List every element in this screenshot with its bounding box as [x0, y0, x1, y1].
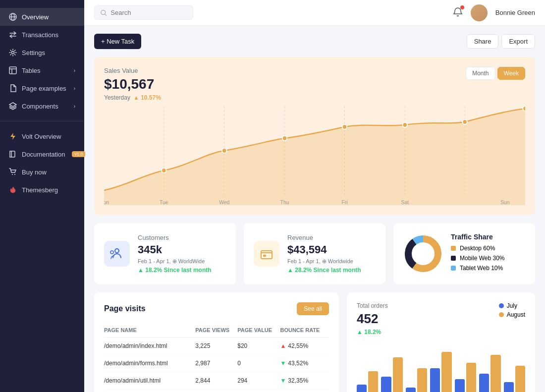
- svg-rect-33: [263, 255, 266, 257]
- bar-august: [466, 363, 476, 392]
- cell-views: 2,987: [195, 355, 237, 372]
- revenue-change: ▲ 28.2% Since last month: [287, 267, 376, 274]
- svg-line-11: [105, 14, 107, 15]
- svg-point-18: [162, 168, 166, 173]
- table-icon: [9, 66, 17, 74]
- col-page-value: PAGE VALUE: [237, 323, 280, 337]
- cell-bounce: ▲42,55%: [280, 337, 329, 355]
- chart-period-label: Yesterday: [104, 94, 130, 101]
- toolbar: + New Task Share Export: [94, 34, 535, 49]
- search-icon: [101, 9, 107, 16]
- cart-icon: [9, 168, 17, 176]
- bar-august: [368, 371, 378, 392]
- cell-bounce: ▼43,52%: [280, 355, 329, 372]
- cell-value: 0: [237, 355, 280, 372]
- cell-views: 2,050: [195, 390, 237, 392]
- main-content: Bonnie Green + New Task Share Export Sal…: [84, 0, 545, 392]
- bar-group: [455, 363, 476, 392]
- chevron-right-icon2: ›: [74, 86, 75, 91]
- chevron-right-icon: ›: [74, 68, 75, 73]
- avatar-image: [471, 4, 488, 21]
- revenue-icon-container: [254, 241, 279, 267]
- bar-group: [430, 352, 451, 392]
- period-week-button[interactable]: Week: [497, 67, 525, 80]
- bar-chart: [357, 341, 525, 392]
- bar-july: [455, 379, 465, 392]
- cell-value: $20: [237, 337, 280, 355]
- period-month-button[interactable]: Month: [466, 67, 495, 80]
- search-input[interactable]: [110, 9, 187, 16]
- customers-period: Feb 1 - Apr 1, ⊕ WorldWide: [138, 258, 226, 265]
- chart-title: Sales Value: [104, 67, 161, 74]
- sidebar-item-volt-overview[interactable]: Volt Overview: [0, 127, 84, 145]
- cell-bounce: ▼32,35%: [280, 372, 329, 390]
- cell-page: /demo/admin/forms.html: [104, 355, 195, 372]
- globe-icon: [9, 13, 17, 21]
- bar-august: [441, 352, 451, 392]
- orders-header: Total orders 452 ▲ 18.2% July August: [357, 302, 525, 336]
- avatar[interactable]: [471, 4, 488, 21]
- customers-icon-container: [104, 241, 130, 267]
- svg-point-20: [282, 136, 287, 141]
- customers-card: Customers 345k Feb 1 - Apr 1, ⊕ WorldWid…: [94, 223, 236, 284]
- sidebar-item-components[interactable]: Components ›: [0, 97, 84, 115]
- svg-point-37: [412, 243, 434, 265]
- orders-legend-july: July: [499, 302, 525, 309]
- donut-chart-svg: [403, 234, 443, 274]
- sidebar-item-buy-now[interactable]: Buy now: [0, 163, 84, 181]
- sidebar-item-page-examples[interactable]: Page examples ›: [0, 79, 84, 97]
- export-button[interactable]: Export: [501, 34, 535, 49]
- bottom-row: Page visits See all PAGE NAME PAGE VIEWS…: [94, 292, 535, 392]
- bar-group: [479, 355, 500, 392]
- see-all-button[interactable]: See all: [297, 302, 329, 315]
- legend-desktop: Desktop 60%: [451, 245, 505, 252]
- sidebar-item-settings-label: Settings: [22, 49, 45, 56]
- line-chart-svg: Mon Tue Wed Thu Fri Sat Sun: [104, 106, 525, 205]
- revenue-icon: [260, 247, 273, 261]
- chart-change: ▲ 10.57%: [133, 94, 161, 101]
- sidebar-item-overview[interactable]: Overview: [0, 8, 84, 26]
- cell-views: 3,225: [195, 337, 237, 355]
- sidebar-item-tables[interactable]: Tables ›: [0, 61, 84, 79]
- sidebar-item-page-examples-label: Page examples: [22, 85, 66, 92]
- notification-badge: [460, 5, 464, 9]
- svg-text:Tue: Tue: [160, 199, 168, 205]
- bar-july: [406, 388, 416, 392]
- notification-icon[interactable]: [453, 7, 463, 18]
- july-label: July: [507, 302, 517, 309]
- sidebar-item-documentation[interactable]: Documentation v1.0: [0, 145, 84, 163]
- stats-row: Customers 345k Feb 1 - Apr 1, ⊕ WorldWid…: [94, 223, 535, 284]
- fire-icon: [9, 186, 17, 194]
- orders-legend: July August: [499, 302, 525, 318]
- share-button[interactable]: Share: [467, 34, 499, 49]
- table-body: /demo/admin/index.html 3,225 $20 ▲42,55%…: [104, 337, 329, 392]
- toolbar-actions: Share Export: [467, 34, 535, 49]
- svg-point-19: [222, 148, 226, 153]
- revenue-label: Revenue: [287, 234, 376, 241]
- svg-point-8: [12, 174, 13, 175]
- svg-text:Mon: Mon: [104, 199, 109, 205]
- svg-point-24: [523, 106, 525, 111]
- sidebar-item-themesberg[interactable]: Themesberg: [0, 181, 84, 199]
- orders-value: 452: [357, 311, 388, 327]
- orders-title: Total orders: [357, 302, 388, 309]
- sidebar-item-components-label: Components: [22, 103, 58, 110]
- sidebar-item-overview-label: Overview: [22, 13, 49, 21]
- new-task-button[interactable]: + New Task: [94, 34, 141, 49]
- sidebar-item-transactions[interactable]: Transactions: [0, 26, 84, 44]
- sidebar-item-settings[interactable]: Settings: [0, 44, 84, 61]
- svg-text:Wed: Wed: [219, 199, 229, 205]
- cell-views: 2,844: [195, 372, 237, 390]
- orders-change: ▲ 18.2%: [357, 329, 388, 336]
- bar-group: [406, 368, 427, 392]
- desktop-label: Desktop 60%: [460, 245, 495, 252]
- search-box[interactable]: [94, 5, 193, 20]
- orders-legend-august: August: [499, 311, 525, 318]
- bar-august: [417, 368, 427, 392]
- svg-text:Sat: Sat: [401, 199, 409, 205]
- chart-meta: Yesterday ▲ 10.57%: [104, 94, 161, 101]
- table-header: PAGE NAME PAGE VIEWS PAGE VALUE BOUNCE R…: [104, 323, 329, 337]
- topbar-right: Bonnie Green: [453, 4, 535, 21]
- svg-text:Fri: Fri: [341, 199, 347, 205]
- sidebar-divider: [0, 121, 84, 121]
